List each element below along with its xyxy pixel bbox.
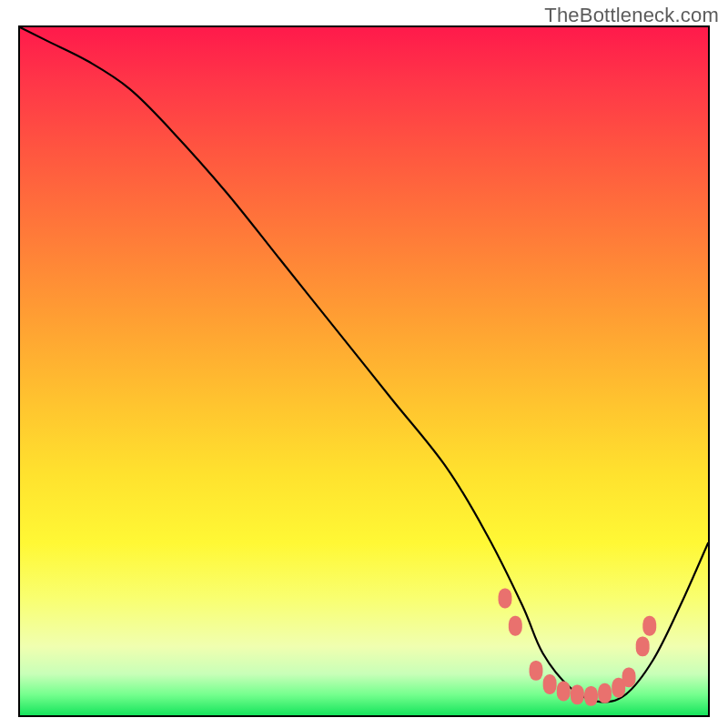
highlight-dot bbox=[557, 682, 571, 702]
highlight-dot bbox=[622, 667, 636, 687]
watermark-text: TheBottleneck.com bbox=[544, 4, 719, 27]
chart-frame: TheBottleneck.com bbox=[0, 0, 728, 728]
highlight-dot bbox=[499, 589, 512, 609]
bottleneck-curve bbox=[20, 27, 708, 702]
highlight-dot bbox=[598, 683, 612, 703]
highlight-dot bbox=[509, 616, 522, 636]
highlight-dot bbox=[530, 661, 543, 681]
highlight-dot bbox=[584, 686, 598, 706]
curve-svg bbox=[20, 27, 708, 715]
highlight-dot bbox=[543, 674, 557, 694]
highlight-dot bbox=[642, 616, 656, 636]
highlight-dot bbox=[636, 636, 650, 656]
plot-area bbox=[18, 25, 710, 717]
highlight-dot bbox=[571, 684, 584, 704]
